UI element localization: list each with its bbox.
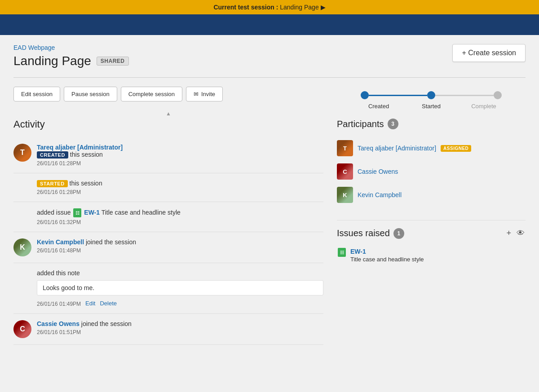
issues-count-badge: 1 bbox=[393, 228, 404, 239]
issues-title-group: Issues raised 1 bbox=[337, 228, 404, 239]
issues-section: Issues raised 1 + 👁 ☷ EW-1 Ti bbox=[337, 228, 526, 266]
header-divider bbox=[13, 77, 526, 78]
activity-content: Kevin Campbell joined the session 26/01/… bbox=[37, 238, 323, 256]
issue-item-content: EW-1 Title case and headline style bbox=[350, 248, 424, 263]
progress-stepper: Created Started Complete bbox=[337, 87, 526, 119]
content-layout: Edit session Pause session Complete sess… bbox=[13, 87, 526, 345]
activity-user[interactable]: Cassie Owens bbox=[37, 320, 80, 327]
complete-session-button[interactable]: Complete session bbox=[121, 87, 182, 101]
top-banner[interactable]: Current test session : Landing Page ▶ bbox=[0, 0, 539, 14]
issue-type-icon: ☷ bbox=[73, 208, 81, 217]
created-badge: CREATED bbox=[37, 151, 68, 159]
activity-item: added this note Looks good to me. 26/01/… bbox=[13, 263, 323, 314]
activity-note-prefix: added this note bbox=[37, 269, 80, 277]
participant-item: K Kevin Campbell bbox=[337, 183, 526, 207]
participant-avatar: T bbox=[337, 140, 353, 156]
activity-item: STARTED this session 26/01/16 01:28PM bbox=[13, 173, 323, 202]
activity-text: joined the session bbox=[86, 238, 136, 246]
stepper-container: Created Started Complete bbox=[361, 91, 502, 110]
add-issue-button[interactable]: + bbox=[505, 228, 512, 239]
participants-count-badge: 3 bbox=[388, 119, 398, 129]
issues-actions: + 👁 bbox=[505, 228, 526, 239]
step-label-complete: Complete bbox=[466, 103, 502, 110]
invite-button[interactable]: ✉ Invite bbox=[186, 87, 223, 101]
activity-badge-line: STARTED this session bbox=[37, 180, 323, 187]
page-header: EAD Webpage Landing Page SHARED + Create… bbox=[13, 44, 526, 68]
stepper-dots bbox=[361, 91, 502, 99]
participants-title: Participants 3 bbox=[337, 119, 526, 129]
pause-session-button[interactable]: Pause session bbox=[64, 87, 117, 101]
issue-item: ☷ EW-1 Title case and headline style bbox=[337, 244, 526, 266]
banner-label: Current test session : bbox=[213, 4, 278, 11]
delete-note-link[interactable]: Delete bbox=[100, 300, 117, 307]
activity-timestamp: 26/01/16 01:28PM bbox=[37, 160, 323, 167]
step-line-2 bbox=[435, 95, 494, 96]
activity-user[interactable]: Kevin Campbell bbox=[37, 238, 84, 246]
issue-id-link[interactable]: EW-1 bbox=[84, 209, 100, 216]
activity-badge-line: CREATED this session bbox=[37, 151, 323, 159]
activity-timestamp: 26/01/16 01:32PM bbox=[37, 219, 323, 225]
edit-session-button[interactable]: Edit session bbox=[13, 87, 60, 101]
edit-note-link[interactable]: Edit bbox=[85, 300, 95, 307]
activity-issue-line: added issue ☷ EW-1 Title case and headli… bbox=[37, 208, 323, 217]
avatar: K bbox=[13, 238, 31, 256]
stepper-labels: Created Started Complete bbox=[361, 103, 502, 110]
left-column: Edit session Pause session Complete sess… bbox=[13, 87, 323, 345]
activity-timestamp: 26/01/16 01:28PM bbox=[37, 189, 323, 195]
avatar: C bbox=[13, 320, 31, 338]
right-column: Created Started Complete Participants 3 … bbox=[337, 87, 526, 345]
create-session-button[interactable]: + Create session bbox=[452, 44, 526, 62]
invite-label: Invite bbox=[201, 91, 215, 97]
activity-content: Cassie Owens joined the session 26/01/16… bbox=[37, 320, 323, 338]
issue-title-text: Title case and headline style bbox=[102, 209, 181, 216]
participant-name[interactable]: Cassie Owens bbox=[358, 168, 398, 175]
issue-id-link[interactable]: EW-1 bbox=[350, 248, 366, 255]
activity-timestamp: 26/01/16 01:48PM bbox=[37, 247, 323, 254]
activity-item: added issue ☷ EW-1 Title case and headli… bbox=[13, 202, 323, 232]
participant-name[interactable]: Tareq aljaber [Administrator] bbox=[358, 145, 436, 152]
activity-user[interactable]: Tareq aljaber [Administrator] bbox=[37, 144, 123, 151]
issue-description: Title case and headline style bbox=[350, 256, 424, 263]
issues-title: Issues raised bbox=[337, 228, 390, 238]
title-section: EAD Webpage Landing Page SHARED bbox=[13, 44, 129, 68]
participants-title-text: Participants bbox=[337, 119, 384, 129]
issue-type-icon: ☷ bbox=[338, 248, 346, 257]
activity-item: C Cassie Owens joined the session 26/01/… bbox=[13, 314, 323, 345]
activity-content: added issue ☷ EW-1 Title case and headli… bbox=[37, 208, 323, 225]
page-title-area: Landing Page SHARED bbox=[13, 54, 129, 68]
activity-prefix: added issue bbox=[37, 209, 71, 216]
step-dot-complete bbox=[494, 91, 502, 99]
page-title: Landing Page bbox=[13, 54, 91, 68]
activity-content: STARTED this session 26/01/16 01:28PM bbox=[37, 180, 323, 195]
note-box: Looks good to me. bbox=[37, 280, 323, 295]
activity-content: added this note Looks good to me. 26/01/… bbox=[37, 269, 323, 307]
blue-header-bar bbox=[0, 14, 539, 35]
activity-item: K Kevin Campbell joined the session 26/0… bbox=[13, 232, 323, 263]
activity-timestamp: 26/01/16 01:49PM bbox=[37, 301, 81, 307]
step-label-created: Created bbox=[361, 103, 397, 110]
view-issues-button[interactable]: 👁 bbox=[516, 228, 526, 239]
activity-title: Activity bbox=[13, 119, 323, 130]
timestamp-action-line: 26/01/16 01:49PM Edit Delete bbox=[37, 299, 323, 307]
activity-content: Tareq aljaber [Administrator] CREATED th… bbox=[37, 144, 323, 167]
chevron-up-icon: ▲ bbox=[13, 110, 323, 117]
activity-user-line: Tareq aljaber [Administrator] bbox=[37, 144, 323, 151]
avatar: T bbox=[13, 144, 31, 162]
banner-session-name: Landing Page bbox=[280, 4, 318, 11]
participant-avatar: K bbox=[337, 187, 353, 203]
shared-badge: SHARED bbox=[97, 57, 129, 66]
assigned-badge: ASSIGNED bbox=[441, 145, 471, 152]
participant-item: T Tareq aljaber [Administrator] ASSIGNED bbox=[337, 137, 526, 160]
step-label-started: Started bbox=[413, 103, 449, 110]
activity-user-line: Cassie Owens joined the session bbox=[37, 320, 323, 327]
step-line-1 bbox=[369, 95, 427, 96]
participant-name[interactable]: Kevin Campbell bbox=[358, 191, 402, 198]
participants-section: Participants 3 T Tareq aljaber [Administ… bbox=[337, 119, 526, 207]
envelope-icon: ✉ bbox=[194, 91, 199, 97]
participant-item: C Cassie Owens bbox=[337, 160, 526, 183]
activity-item: T Tareq aljaber [Administrator] CREATED … bbox=[13, 137, 323, 173]
issues-header: Issues raised 1 + 👁 bbox=[337, 228, 526, 239]
activity-text: this session bbox=[70, 151, 103, 158]
right-divider bbox=[337, 220, 526, 220]
breadcrumb[interactable]: EAD Webpage bbox=[13, 44, 129, 51]
